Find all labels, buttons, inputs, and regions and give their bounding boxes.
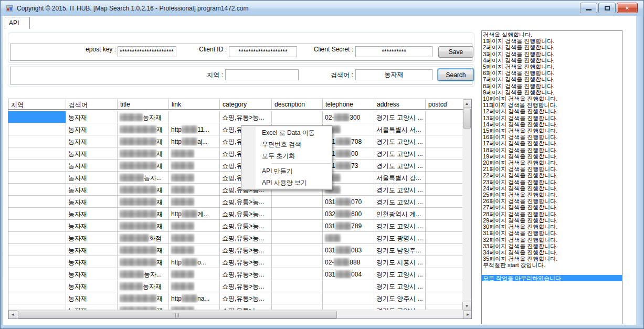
log-line[interactable]: 3페이지 검색을 진행합니다. xyxy=(483,51,622,57)
cell-description[interactable] xyxy=(272,256,323,268)
cell-keyword[interactable]: 농자재 xyxy=(66,160,118,171)
table-row[interactable]: 농자재농자재쇼핑,유통>농...02-300경기도 고양시 ... xyxy=(8,111,463,123)
cell-title[interactable]: 재 xyxy=(118,196,169,207)
scroll-left-icon[interactable]: ◄ xyxy=(8,310,17,319)
cell-address[interactable]: 서울특별시 강... xyxy=(374,172,426,183)
cell-telephone[interactable]: 032600 xyxy=(323,208,374,219)
cell-category[interactable]: 쇼핑,유통>농... xyxy=(220,256,272,268)
cell-title[interactable]: 재 xyxy=(118,147,169,159)
cell-link[interactable] xyxy=(169,268,220,280)
cell-keyword[interactable]: 농자재 xyxy=(66,292,118,304)
log-line[interactable]: 24페이지 검색을 진행합니다. xyxy=(483,185,622,192)
cell-category[interactable]: 쇼핑,유통>농... xyxy=(220,220,272,231)
table-row[interactable]: 농자재재httpna...쇼핑,유통>농...경기도 양주시 ... xyxy=(8,292,463,304)
cell-telephone[interactable] xyxy=(323,280,374,292)
column-header-6[interactable]: telephone xyxy=(323,99,374,109)
log-line[interactable] xyxy=(483,269,622,275)
cell-region[interactable] xyxy=(8,196,66,207)
table-row[interactable]: 농자재재쇼핑,유통>농...03100경기도 고양시 ... xyxy=(8,147,463,160)
cell-title[interactable]: 화점 xyxy=(118,232,169,243)
cell-postcd[interactable] xyxy=(426,123,463,135)
cell-category[interactable]: 쇼핑,유통>농... xyxy=(220,111,272,123)
cell-address[interactable]: 경기도 고양시 ... xyxy=(374,196,426,207)
cell-telephone[interactable]: 031083 xyxy=(323,244,374,256)
cell-title[interactable]: 재 xyxy=(118,123,169,135)
cell-address[interactable]: 인천광역시 계... xyxy=(374,208,426,219)
cell-keyword[interactable]: 농자재 xyxy=(66,256,118,268)
log-line[interactable]: 17페이지 검색을 진행합니다. xyxy=(483,140,622,146)
cell-description[interactable] xyxy=(272,280,323,292)
column-header-0[interactable]: 지역 xyxy=(8,99,66,109)
log-line[interactable]: 23페이지 검색을 진행합니다. xyxy=(483,179,622,185)
cell-region[interactable] xyxy=(8,111,66,123)
cell-title[interactable]: 재 xyxy=(118,208,169,219)
cell-title[interactable]: 농자재 xyxy=(118,280,169,292)
cell-postcd[interactable] xyxy=(426,111,463,123)
log-line[interactable]: 9페이지 검색을 진행합니다. xyxy=(483,89,622,95)
horizontal-scroll-thumb[interactable] xyxy=(18,311,337,319)
cell-title[interactable]: 재 xyxy=(118,244,169,256)
table-row[interactable]: 농자재재http계...쇼핑,유통>농...032600인천광역시 계... xyxy=(8,208,463,220)
cell-keyword[interactable]: 농자재 xyxy=(66,208,118,219)
log-line[interactable]: 4페이지 검색을 진행합니다. xyxy=(483,57,622,63)
cell-description[interactable] xyxy=(272,244,323,256)
table-row[interactable]: 농자재농자...쇼핑,유통>농...서울특별시 강... xyxy=(8,172,463,184)
cell-region[interactable] xyxy=(8,244,66,256)
cell-description[interactable] xyxy=(272,196,323,207)
cell-postcd[interactable] xyxy=(426,268,463,280)
menu-item[interactable]: API 사용량 보기 xyxy=(256,177,332,188)
cell-category[interactable]: 쇼핑,유통>농... xyxy=(220,244,272,256)
cell-link[interactable]: httpo... xyxy=(169,256,220,268)
log-line[interactable]: 10페이지 검색을 진행합니다. xyxy=(483,95,622,102)
menu-item[interactable]: Excel 로 Data 이동 xyxy=(256,127,332,139)
maximize-button[interactable] xyxy=(598,3,616,13)
cell-postcd[interactable] xyxy=(426,280,463,292)
search-button[interactable]: Search xyxy=(438,69,474,81)
cell-address[interactable]: 경기도 고양시 ... xyxy=(374,280,426,292)
cell-region[interactable] xyxy=(8,160,66,171)
cell-address[interactable]: 경기도 고양시 ... xyxy=(374,135,426,147)
cell-address[interactable]: 경기도 고양시 ... xyxy=(374,111,426,123)
log-line[interactable]: 32페이지 검색을 진행합니다. xyxy=(483,237,622,243)
cell-postcd[interactable] xyxy=(426,256,463,268)
close-button[interactable]: ✕ xyxy=(617,3,638,13)
scroll-right-icon[interactable]: ► xyxy=(463,310,472,319)
results-grid[interactable]: 지역검색어titlelinkcategorydescriptiontelepho… xyxy=(8,99,472,319)
cell-region[interactable] xyxy=(8,123,66,135)
cell-title[interactable]: 재 xyxy=(118,220,169,231)
log-line[interactable]: 33페이지 검색을 진행합니다. xyxy=(483,243,622,249)
cell-title[interactable]: 농자... xyxy=(118,172,169,183)
cell-category[interactable]: 쇼핑,유통>농... xyxy=(220,208,272,219)
cell-link[interactable]: http계... xyxy=(169,208,220,219)
menu-item[interactable]: 모두 초기화 xyxy=(256,150,332,162)
cell-postcd[interactable] xyxy=(426,160,463,171)
cell-description[interactable] xyxy=(272,220,323,231)
cell-region[interactable] xyxy=(8,147,66,159)
log-line[interactable]: 7페이지 검색을 진행합니다. xyxy=(483,76,622,82)
cell-address[interactable]: 서울특별시 서... xyxy=(374,123,426,135)
cell-telephone[interactable]: 02-888 xyxy=(323,256,374,268)
cell-region[interactable] xyxy=(8,220,66,231)
cell-link[interactable] xyxy=(169,172,220,183)
log-line-highlighted[interactable]: 모든 작업을 마무리하였습니다. xyxy=(482,275,622,281)
cell-address[interactable]: 경기도 고양시 ... xyxy=(374,268,426,280)
cell-category[interactable]: 쇼핑,유통>농... xyxy=(220,196,272,207)
cell-title[interactable]: 농자... xyxy=(118,268,169,280)
cell-address[interactable]: 경기도 고양시 ... xyxy=(374,147,426,159)
cell-region[interactable] xyxy=(8,268,66,280)
vertical-scrollbar[interactable]: ▲ ▼ xyxy=(462,99,471,311)
log-line[interactable]: 26페이지 검색을 진행합니다. xyxy=(483,198,622,204)
client-secret-field[interactable] xyxy=(355,46,432,57)
log-line[interactable]: 11페이지 검색을 진행합니다. xyxy=(483,102,622,108)
cell-telephone[interactable]: 031070 xyxy=(323,196,374,207)
log-line[interactable]: 검색을 실행합니다. xyxy=(483,31,622,38)
cell-category[interactable]: 쇼핑,유통>농... xyxy=(220,268,272,280)
cell-address[interactable]: 경기도 고양시 ... xyxy=(374,220,426,231)
cell-description[interactable] xyxy=(272,292,323,304)
cell-postcd[interactable] xyxy=(426,135,463,147)
cell-postcd[interactable] xyxy=(426,292,463,304)
cell-keyword[interactable]: 농자재 xyxy=(66,123,118,135)
cell-postcd[interactable] xyxy=(426,232,463,243)
table-row[interactable]: 농자재재쇼핑,유통>농...03173경기도 고양시 ... xyxy=(8,160,463,172)
cell-category[interactable]: 쇼핑,유통>농... xyxy=(220,232,272,243)
